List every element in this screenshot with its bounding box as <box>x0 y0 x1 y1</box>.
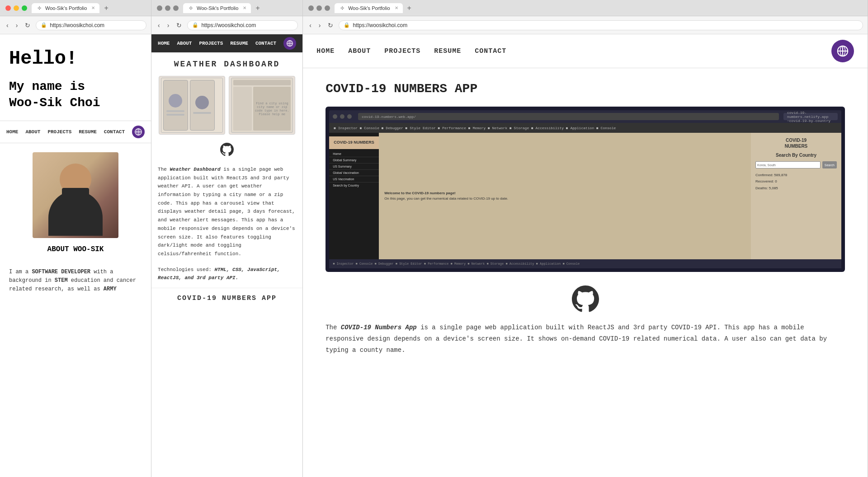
about-title: ABOUT WOO-SIK <box>47 245 104 253</box>
reload-button-2[interactable]: ↻ <box>175 21 184 30</box>
minimize-button-2[interactable] <box>165 5 170 11</box>
back-button-1[interactable]: ‹ <box>5 21 10 30</box>
forward-button-1[interactable]: › <box>14 21 20 30</box>
nav-resume-2[interactable]: RESUME <box>230 41 248 46</box>
browser-window-3: ⊹ Woo-Sik's Portfolio ✕ + ‹ › ↻ 🔒 https:… <box>303 0 868 477</box>
tab-favicon-1: ⊹ <box>36 5 42 11</box>
forward-button-2[interactable]: › <box>165 21 171 30</box>
tech-label: Technologies used: <box>158 267 214 272</box>
nav-home-1[interactable]: HOME <box>6 129 18 135</box>
name-line2: Woo-Sik Choi <box>9 96 100 110</box>
nav-projects-3[interactable]: PROJECTS <box>384 47 420 55</box>
hello-heading: Hello! <box>9 48 142 70</box>
tab-bar-3: ⊹ Woo-Sik's Portfolio ✕ + <box>335 3 862 13</box>
back-button-2[interactable]: ‹ <box>156 21 162 30</box>
maximize-button[interactable] <box>22 5 27 11</box>
nav-bar-1: HOME ABOUT PROJECTS RESUME CONTACT <box>0 121 151 143</box>
logo-icon-2 <box>286 40 293 47</box>
minimize-button-3[interactable] <box>316 5 322 11</box>
forward-button-3[interactable]: › <box>317 21 323 30</box>
nav-bar-3: HOME ABOUT PROJECTS RESUME CONTACT <box>303 34 868 68</box>
back-button-3[interactable]: ‹ <box>307 21 313 30</box>
github-section <box>326 285 845 315</box>
reload-button-1[interactable]: ↻ <box>23 21 32 30</box>
maximize-button-2[interactable] <box>173 5 179 11</box>
nav-about-2[interactable]: ABOUT <box>177 41 192 46</box>
close-button[interactable] <box>5 5 11 11</box>
nav-projects-2[interactable]: PROJECTS <box>199 41 223 46</box>
logo-1[interactable] <box>132 126 145 138</box>
covid-app-screenshot: covid-19-numbers.web.app/ covid-19-numbe… <box>326 107 845 272</box>
covid-welcome-text: Welcome to the COVID-19 numbers page! On… <box>384 191 745 201</box>
tab-close-3[interactable]: ✕ <box>395 5 398 10</box>
new-tab-button-2[interactable]: + <box>253 3 262 13</box>
tab-close-2[interactable]: ✕ <box>243 5 246 10</box>
reload-button-3[interactable]: ↻ <box>326 21 335 30</box>
desc3-start: The <box>326 324 341 331</box>
covid-right-panel: COVID-19NUMBERS Search By Country Korea,… <box>751 133 841 259</box>
tab-3[interactable]: ⊹ Woo-Sik's Portfolio ✕ <box>335 3 402 13</box>
lock-icon-2: 🔒 <box>192 22 198 28</box>
tab-1[interactable]: ⊹ Woo-Sik's Portfolio ✕ <box>32 3 99 13</box>
logo-2[interactable] <box>283 37 296 50</box>
covid-right-title: COVID-19NUMBERS <box>755 137 837 149</box>
project1-title: WEATHER DASHBOARD <box>151 52 302 76</box>
nav-projects-1[interactable]: PROJECTS <box>47 129 71 135</box>
nav-resume-3[interactable]: RESUME <box>434 47 461 55</box>
mock-url-left: covid-19-numbers.web.app/ <box>362 115 416 119</box>
minimize-button[interactable] <box>14 5 19 11</box>
project2-title-preview: COVID-19 NUMBERS APP <box>151 288 302 306</box>
search-input-mock[interactable]: Korea, South <box>755 161 821 168</box>
new-tab-button-3[interactable]: + <box>405 3 414 13</box>
url-bar-3[interactable]: 🔒 https://woosikchoi.com <box>339 20 863 30</box>
sidebar-item-globalvax[interactable]: Global Vaccination <box>329 170 379 176</box>
sidebar-item-search[interactable]: Search by Country <box>329 182 379 188</box>
about-text-1: I am a <box>9 269 32 275</box>
sidebar-item-global[interactable]: Global Summary <box>329 157 379 164</box>
deaths-stat: Deaths: 5,085 <box>755 185 837 192</box>
maximize-button-3[interactable] <box>325 5 330 11</box>
browser-window-2: ⊹ Woo-Sik's Portfolio ✕ + ‹ › ↻ 🔒 https:… <box>151 0 303 477</box>
new-tab-button-1[interactable]: + <box>101 3 111 13</box>
search-title-text: Search By Country <box>755 153 837 158</box>
covid-nav-items: Home Global Summary US Summary Global Va… <box>329 149 379 190</box>
github-svg-large[interactable] <box>572 285 599 313</box>
desc3-bold: COVID-19 Numbers App <box>341 324 417 331</box>
nav-contact-1[interactable]: CONTACT <box>104 129 125 135</box>
logo-icon-3 <box>836 45 849 57</box>
nav-home-2[interactable]: HOME <box>158 41 170 46</box>
nav-resume-1[interactable]: RESUME <box>79 129 97 135</box>
screenshot-2: Find a city using city name or zipcode t… <box>229 76 295 135</box>
covid-description: The COVID-19 Numbers App is a single pag… <box>326 322 845 356</box>
browser-window-1: ⊹ Woo-Sik's Portfolio ✕ + ‹ › ↻ 🔒 https:… <box>0 0 151 477</box>
traffic-lights-3 <box>308 5 330 11</box>
lock-icon-3: 🔒 <box>344 22 350 28</box>
github-icon-1[interactable] <box>151 139 302 164</box>
sidebar-item-us[interactable]: US Summary <box>329 164 379 170</box>
tab-bar-1: ⊹ Woo-Sik's Portfolio ✕ + <box>32 3 146 13</box>
confirmed-stat: Confirmed: 589,878 <box>755 172 837 178</box>
nav-about-3[interactable]: ABOUT <box>348 47 371 55</box>
tab-2[interactable]: ⊹ Woo-Sik's Portfolio ✕ <box>183 3 251 13</box>
photo-section: ABOUT WOO-SIK <box>0 143 151 262</box>
tab-title-2: Woo-Sik's Portfolio <box>197 5 238 11</box>
url-bar-2[interactable]: 🔒 https://woosikchoi.com <box>187 20 298 30</box>
nav-about-1[interactable]: ABOUT <box>25 129 40 135</box>
tab-close-1[interactable]: ✕ <box>91 5 95 10</box>
covid-right-heading: COVID-19NUMBERS <box>755 137 837 149</box>
nav-contact-2[interactable]: CONTACT <box>255 41 276 46</box>
sidebar-item-home[interactable]: Home <box>329 151 379 157</box>
nav-home-3[interactable]: HOME <box>316 47 335 55</box>
mock-url-right: covid-19-numbers.netlify.app ~covid-19-b… <box>787 111 834 123</box>
tab-title-1: Woo-Sik's Portfolio <box>45 5 87 11</box>
project1-description: The Weather Dashboard is a single page w… <box>151 164 302 264</box>
sidebar-item-usvax[interactable]: US Vaccination <box>329 176 379 182</box>
name-line1: My name is <box>9 80 85 94</box>
nav-contact-3[interactable]: CONTACT <box>475 47 506 55</box>
page-content-1: Hello! My name is Woo-Sik Choi HOME ABOU… <box>0 34 151 477</box>
close-button-2[interactable] <box>157 5 162 11</box>
close-button-3[interactable] <box>308 5 314 11</box>
logo-3[interactable] <box>831 40 854 62</box>
url-bar-1[interactable]: 🔒 https://woosikchoi.com <box>36 20 146 30</box>
search-btn-mock[interactable]: Search <box>822 161 837 168</box>
